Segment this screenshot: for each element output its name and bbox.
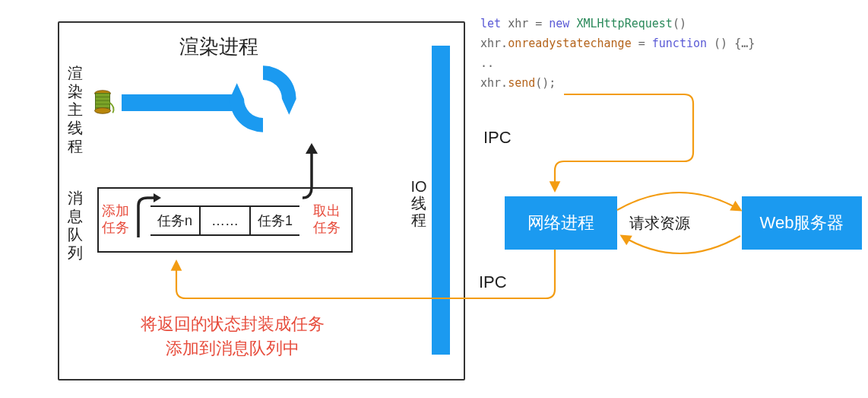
add-task-arrow <box>131 190 161 247</box>
code-parens1: () <box>673 17 686 30</box>
main-thread-bar <box>122 94 236 111</box>
code-prop-onready: onreadystatechange <box>508 37 632 50</box>
svg-marker-8 <box>230 83 244 99</box>
web-server-label: Web服务器 <box>760 212 844 234</box>
web-server-box: Web服务器 <box>742 196 862 250</box>
task-cell-1: 任务1 <box>251 207 299 234</box>
code-kw-let: let <box>480 17 501 30</box>
ipc-label-recv: IPC <box>479 272 507 292</box>
message-queue-cells: 任务n …… 任务1 <box>150 205 299 236</box>
footer-note-line1: 将返回的状态封装成任务 <box>119 312 347 336</box>
code-send-tail: (); <box>535 76 556 90</box>
svg-point-6 <box>95 108 111 114</box>
render-main-thread-label: 渲染主线程 <box>67 64 84 155</box>
network-process-box: 网络进程 <box>505 196 617 250</box>
io-thread-bar <box>432 46 450 355</box>
code-snippet: let xhr = new XMLHttpRequest() xhr.onrea… <box>480 14 755 93</box>
io-thread-label: IO线程 <box>410 178 427 228</box>
svg-marker-7 <box>282 99 296 115</box>
render-process-title: 渲染进程 <box>179 33 258 60</box>
request-resource-label: 请求资源 <box>629 213 690 234</box>
footer-note-line2: 添加到消息队列中 <box>119 336 347 361</box>
code-method-send: send <box>508 76 535 90</box>
task-cell-dots: …… <box>201 207 251 234</box>
message-queue-label: 消息队列 <box>67 189 84 262</box>
code-var-xhr: xhr <box>508 17 528 30</box>
code-cls-xhr: XMLHttpRequest <box>576 17 672 30</box>
footer-note: 将返回的状态封装成任务 添加到消息队列中 <box>119 312 347 361</box>
code-dots: .. <box>480 56 494 70</box>
ipc-label-send: IPC <box>483 128 512 148</box>
svg-marker-9 <box>154 193 161 202</box>
pop-task-label: 取出任务 <box>313 202 347 236</box>
pop-task-arrow <box>293 142 324 205</box>
code-fn-tail: () {…} <box>707 37 755 50</box>
event-loop-icon <box>223 59 303 139</box>
code-kw-function: function <box>652 37 707 50</box>
svg-marker-10 <box>306 143 318 154</box>
thread-spool-icon <box>88 88 117 117</box>
code-kw-new: new <box>549 17 569 30</box>
network-process-label: 网络进程 <box>527 212 594 234</box>
